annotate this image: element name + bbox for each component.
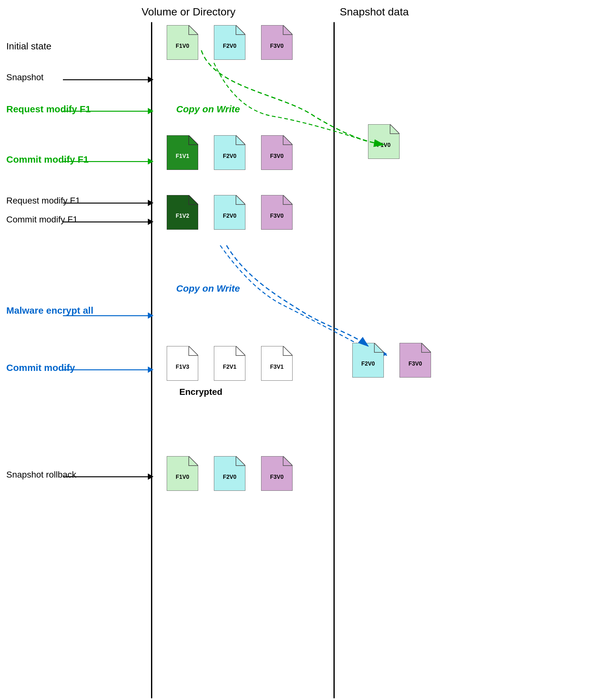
svg-marker-29	[352, 343, 384, 377]
svg-marker-37	[261, 456, 293, 491]
arrow-malware-blue	[63, 312, 153, 319]
arrow-commit-green-head	[148, 158, 153, 165]
svg-marker-31	[400, 343, 431, 377]
svg-marker-25	[214, 346, 245, 381]
svg-marker-9	[167, 135, 198, 170]
encrypted-label: Encrypted	[179, 387, 222, 397]
svg-text:F3V0: F3V0	[270, 474, 283, 480]
arrow-commit-blue-head	[148, 367, 153, 373]
svg-text:F1V0: F1V0	[176, 43, 189, 49]
arrow-commit-blue-line	[63, 369, 148, 370]
arrow-request-black-head	[148, 200, 153, 206]
file-f3v0-r2: F3V0	[261, 135, 293, 170]
svg-text:F1V3: F1V3	[176, 364, 189, 370]
svg-text:F1V0: F1V0	[176, 474, 189, 480]
svg-text:F2V0: F2V0	[361, 360, 375, 367]
file-f2v1-r4: F2V1	[214, 346, 245, 381]
diagram-container: Volume or Directory Snapshot data Initia…	[0, 0, 604, 700]
arrow-request-green-head	[148, 108, 153, 114]
svg-text:F2V0: F2V0	[223, 474, 236, 480]
svg-text:F1V2: F1V2	[176, 213, 189, 219]
arrow-request-green-line	[63, 111, 148, 112]
file-f2v0-r2: F2V0	[214, 135, 245, 170]
file-f2v0-r1: F2V0	[214, 25, 245, 60]
arrow-commit-black	[63, 219, 153, 225]
arrow-snapshot	[63, 76, 153, 83]
label-initial-state: Initial state	[6, 41, 51, 52]
svg-marker-17	[167, 195, 198, 230]
file-f1v0-r1: F1V0	[167, 25, 198, 60]
svg-text:F2V0: F2V0	[223, 43, 236, 49]
svg-text:F3V0: F3V0	[270, 213, 283, 219]
arrow-snapshot-head	[148, 76, 153, 83]
file-f1v0-snap: F1V0	[368, 124, 400, 159]
svg-marker-35	[214, 456, 245, 491]
svg-marker-13	[261, 135, 293, 170]
file-f1v1-r2: F1V1	[167, 135, 198, 170]
arrow-commit-green	[63, 158, 153, 165]
svg-text:F3V0: F3V0	[408, 360, 422, 367]
arrow-rollback	[63, 474, 153, 480]
cow-label-green: Copy on Write	[176, 104, 240, 115]
right-divider	[333, 22, 335, 698]
svg-marker-23	[167, 346, 198, 381]
snapshot-header: Snapshot data	[340, 6, 409, 18]
svg-marker-19	[214, 195, 245, 230]
volume-header: Volume or Directory	[142, 6, 236, 18]
file-f3v0-r3: F3V0	[261, 195, 293, 230]
left-divider	[151, 22, 152, 698]
svg-marker-5	[214, 25, 245, 60]
arrow-commit-green-line	[63, 161, 148, 162]
svg-text:F3V0: F3V0	[270, 153, 283, 159]
svg-marker-15	[368, 124, 400, 159]
svg-marker-27	[261, 346, 293, 381]
arrow-request-green	[63, 108, 153, 114]
file-f1v0-r5: F1V0	[167, 456, 198, 491]
svg-text:F2V0: F2V0	[223, 153, 236, 159]
arrow-commit-black-head	[148, 219, 153, 225]
svg-marker-21	[261, 195, 293, 230]
arrow-request-black	[63, 200, 153, 206]
file-f2v0-r5: F2V0	[214, 456, 245, 491]
svg-marker-11	[214, 135, 245, 170]
arrow-malware-blue-head	[148, 312, 153, 319]
file-f3v0-r5: F3V0	[261, 456, 293, 491]
svg-marker-3	[167, 25, 198, 60]
file-f3v1-r4: F3V1	[261, 346, 293, 381]
svg-text:F3V0: F3V0	[270, 43, 283, 49]
file-f3v0-snap2: F3V0	[400, 343, 431, 377]
svg-text:F1V1: F1V1	[176, 153, 189, 159]
file-f2v0-r3: F2V0	[214, 195, 245, 230]
file-f2v0-snap2: F2V0	[352, 343, 384, 377]
svg-marker-7	[261, 25, 293, 60]
svg-text:F3V1: F3V1	[270, 364, 283, 370]
file-f1v3-r4: F1V3	[167, 346, 198, 381]
arrow-malware-blue-line	[63, 315, 148, 316]
cow-label-blue: Copy on Write	[176, 283, 240, 294]
svg-marker-33	[167, 456, 198, 491]
svg-text:F2V0: F2V0	[223, 213, 236, 219]
arrow-commit-blue	[63, 367, 153, 373]
arrow-rollback-head	[148, 474, 153, 480]
label-snapshot: Snapshot	[6, 72, 44, 82]
arrow-request-black-line	[63, 203, 148, 204]
svg-text:F2V1: F2V1	[223, 364, 236, 370]
arrow-snapshot-line	[63, 79, 148, 80]
file-f1v2-r3: F1V2	[167, 195, 198, 230]
file-f3v0-r1: F3V0	[261, 25, 293, 60]
svg-text:F1V0: F1V0	[377, 142, 391, 148]
arrow-rollback-line	[63, 476, 148, 477]
arrow-commit-black-line	[63, 222, 148, 222]
